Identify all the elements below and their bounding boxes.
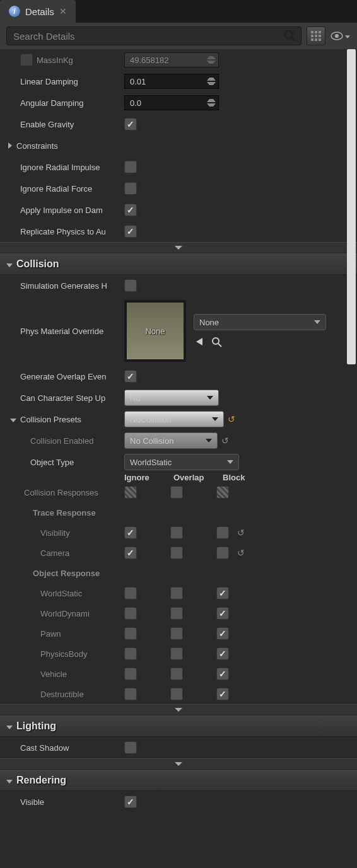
vehicle-overlap-checkbox[interactable] [170,668,183,680]
enable-gravity-checkbox[interactable] [124,118,137,130]
pawn-ignore-checkbox[interactable] [124,627,137,640]
browse-icon[interactable] [211,337,223,348]
close-icon[interactable]: ✕ [59,6,67,16]
tab-details[interactable]: i Details ✕ [0,0,76,23]
destructible-ignore-checkbox[interactable] [124,688,137,700]
row-linear-damping: Linear Damping 0.01 [0,71,357,92]
tab-title: Details [25,6,54,17]
phys-mat-dropdown[interactable]: None [194,314,326,330]
grid-view-button[interactable] [307,26,325,45]
spinner-icon[interactable] [207,77,216,86]
can-step-label: Can Character Step Up [6,393,123,403]
visible-label: Visible [6,797,123,807]
search-icon[interactable] [284,30,296,42]
destructible-block-checkbox[interactable] [216,688,229,700]
collision-enabled-dropdown[interactable]: No Collision [124,432,218,449]
search-input[interactable] [6,26,301,45]
visibility-block-checkbox[interactable] [216,526,229,539]
visibility-overlap-checkbox[interactable] [170,526,183,539]
worldstatic-block-checkbox[interactable] [216,587,229,599]
responses-block-checkbox[interactable] [216,486,229,499]
expand-icon[interactable] [6,141,14,151]
spinner-icon[interactable] [207,98,216,107]
svg-rect-5 [311,35,313,37]
physicsbody-overlap-checkbox[interactable] [170,647,183,660]
pawn-overlap-checkbox[interactable] [170,627,183,640]
replicate-checkbox[interactable] [124,225,137,238]
row-object-response: Object Response [0,563,357,583]
angular-damping-input[interactable]: 0.0 [124,95,219,110]
spinner-icon[interactable] [207,55,216,64]
row-gen-overlap: Generate Overlap Even [0,366,357,387]
row-pawn: Pawn [0,623,357,644]
responses-overlap-checkbox[interactable] [170,486,183,499]
replicate-label: Replicate Physics to Au [6,227,123,236]
camera-block-checkbox[interactable] [216,547,229,559]
vehicle-ignore-checkbox[interactable] [124,668,137,680]
collision-column-headers: Ignore Overlap Block [0,473,357,482]
destructible-overlap-checkbox[interactable] [170,688,183,700]
angular-damping-label: Angular Damping [6,98,123,108]
mass-input[interactable]: 49.658182 [124,52,219,67]
view-options-button[interactable] [331,32,351,41]
collapse-bar[interactable] [0,242,357,253]
chevron-down-icon[interactable] [10,415,16,424]
reset-icon[interactable]: ↺ [228,414,235,424]
visibility-ignore-checkbox[interactable] [124,526,137,539]
cast-shadow-checkbox[interactable] [124,741,137,754]
ignore-radial-force-checkbox[interactable] [124,182,137,195]
physicsbody-block-checkbox[interactable] [216,647,229,660]
worlddynamic-ignore-checkbox[interactable] [124,607,137,620]
ignore-radial-impulse-checkbox[interactable] [124,161,137,173]
row-collision-enabled: Collision Enabled No Collision↺ [0,430,357,451]
row-phys-mat: Phys Material Override None None [0,296,357,366]
gen-overlap-label: Generate Overlap Even [6,372,123,381]
pawn-label: Pawn [0,629,124,639]
reset-icon[interactable]: ↺ [237,528,245,538]
linear-damping-input[interactable]: 0.01 [124,74,219,89]
svg-rect-7 [319,35,321,37]
collapse-bar[interactable] [0,758,357,770]
physicsbody-ignore-checkbox[interactable] [124,647,137,660]
camera-ignore-checkbox[interactable] [124,547,137,559]
cast-shadow-label: Cast Shadow [6,743,123,753]
worldstatic-ignore-checkbox[interactable] [124,587,137,599]
collision-responses-label: Collision Responses [0,488,124,497]
responses-ignore-checkbox[interactable] [124,486,137,499]
sim-gen-hits-checkbox[interactable] [124,279,137,292]
lighting-header-label: Lighting [16,720,56,732]
camera-label: Camera [0,548,124,558]
mass-checkbox[interactable] [20,54,33,66]
vehicle-block-checkbox[interactable] [216,668,229,680]
can-step-dropdown[interactable]: No [124,390,219,406]
visible-checkbox[interactable] [124,796,137,808]
camera-overlap-checkbox[interactable] [170,547,183,559]
rendering-header-label: Rendering [16,775,66,786]
toolbar [0,23,357,49]
gen-overlap-checkbox[interactable] [124,370,137,383]
category-rendering[interactable]: Rendering [0,770,357,791]
svg-rect-6 [315,35,317,37]
chevron-down-icon [6,722,13,731]
object-type-dropdown[interactable]: WorldStatic [124,454,239,470]
reset-icon[interactable]: ↺ [237,548,245,558]
apply-impulse-checkbox[interactable] [124,204,137,216]
worlddynamic-overlap-checkbox[interactable] [170,607,183,620]
pawn-block-checkbox[interactable] [216,627,229,640]
worldstatic-overlap-checkbox[interactable] [170,587,183,599]
phys-mat-thumbnail[interactable]: None [124,300,186,362]
use-selected-icon[interactable] [194,337,205,347]
collision-presets-dropdown[interactable]: NoCollision [124,411,224,427]
category-collision[interactable]: Collision [0,253,357,275]
chevron-down-icon [314,320,320,324]
chevron-down-icon [345,32,350,40]
collapse-bar[interactable] [0,704,357,715]
worlddynamic-block-checkbox[interactable] [216,607,229,620]
row-constraints[interactable]: Constraints [0,135,357,156]
category-lighting[interactable]: Lighting [0,715,357,737]
row-physicsbody: PhysicsBody [0,644,357,664]
svg-line-14 [218,344,221,347]
scrollbar-thumb[interactable] [347,49,356,364]
reset-icon[interactable]: ↺ [221,436,229,446]
svg-rect-3 [315,31,317,33]
